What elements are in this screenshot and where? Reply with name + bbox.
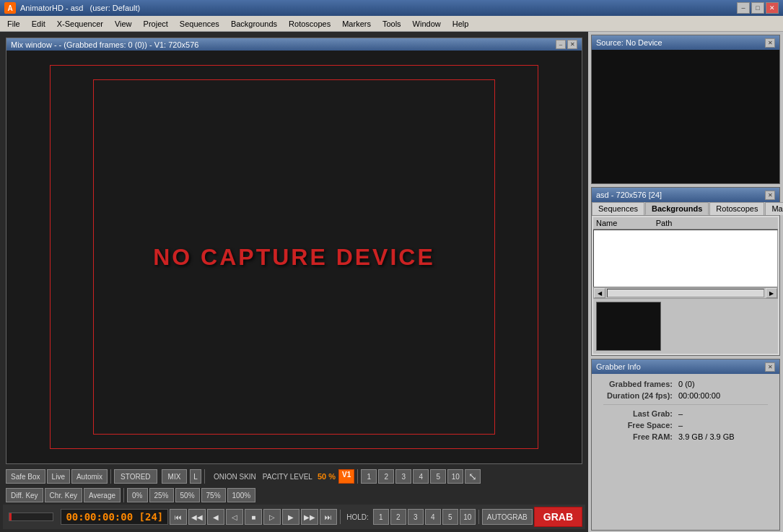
controls-row2: Diff. Key Chr. Key Average 0% 25% 50% 75… <box>3 486 585 505</box>
progress-bar[interactable] <box>9 513 53 521</box>
grabber-content: Grabbed frames: 0 (0) Duration (24 fps):… <box>592 374 779 447</box>
progress-bar-fill <box>9 513 12 520</box>
frame-btn-3[interactable]: 3 <box>395 469 411 484</box>
frame-btn-10[interactable]: 10 <box>447 469 463 484</box>
scroll-track[interactable] <box>607 289 764 297</box>
frame-btn-1[interactable]: 1 <box>361 469 377 484</box>
grabber-window: Grabber Info ✕ Grabbed frames: 0 (0) Dur… <box>591 359 780 531</box>
transport-prev-frame[interactable]: ◀◀ <box>188 509 206 525</box>
transport-next-frame[interactable]: ▶▶ <box>301 509 318 525</box>
frame-btn-4[interactable]: 4 <box>413 469 429 484</box>
hold-5[interactable]: 5 <box>442 509 458 525</box>
grab-button[interactable]: GRAB <box>534 507 582 527</box>
onion-skin-area: ONION SKIN PACITY LEVEL 50 % <box>211 472 337 481</box>
seq-scrollbar-h[interactable]: ◀ ▶ <box>593 287 778 299</box>
transport-to-end[interactable]: ⏭ <box>320 509 337 525</box>
menu-edit[interactable]: Edit <box>26 16 51 31</box>
mix-window-title-text: Mix window - - (Grabbed frames: 0 (0)) -… <box>11 40 198 49</box>
menu-bar: File Edit X-Sequencer View Project Seque… <box>0 16 783 32</box>
grabber-title-bar: Grabber Info ✕ <box>592 359 779 374</box>
grabber-divider <box>603 404 768 405</box>
seq-list-area[interactable] <box>593 230 778 287</box>
transport-next[interactable]: ▷ <box>263 509 281 525</box>
pct-100-button[interactable]: 100% <box>227 488 256 502</box>
menu-tools[interactable]: Tools <box>377 16 407 31</box>
grabber-value-0: 0 (0) <box>673 380 771 388</box>
menu-view[interactable]: View <box>109 16 138 31</box>
hold-3[interactable]: 3 <box>408 509 424 525</box>
scroll-right-btn[interactable]: ▶ <box>766 288 777 298</box>
seq-content: Name Path ◀ ▶ <box>592 216 779 355</box>
autograb-button[interactable]: AUTOGRAB <box>482 509 533 525</box>
title-bar-left: A AnimatorHD - asd (user: Default) <box>4 2 140 14</box>
seq-tabs: Sequences Backgrounds Rotoscopes Markers <box>592 202 779 216</box>
chr-key-button[interactable]: Chr. Key <box>45 488 82 502</box>
tab-sequences[interactable]: Sequences <box>592 202 644 215</box>
hold-label: HOLD: <box>344 513 372 521</box>
hold-4[interactable]: 4 <box>425 509 441 525</box>
frame-btn-2[interactable]: 2 <box>378 469 394 484</box>
hold-2[interactable]: 2 <box>390 509 406 525</box>
transport-prev[interactable]: ◁ <box>226 509 243 525</box>
tab-backgrounds[interactable]: Backgrounds <box>645 202 709 215</box>
mix-window-minimize[interactable]: – <box>556 40 566 49</box>
close-button[interactable]: ✕ <box>766 2 779 14</box>
pct-50-button[interactable]: 50% <box>175 488 200 502</box>
mix-viewport: NO CAPTURE DEVICE <box>6 51 582 463</box>
pct-0-button[interactable]: 0% <box>127 488 147 502</box>
tab-markers[interactable]: Markers <box>765 202 783 215</box>
safe-box-button[interactable]: Safe Box <box>6 469 45 484</box>
restore-button[interactable]: □ <box>751 2 764 14</box>
menu-backgrounds[interactable]: Backgrounds <box>225 16 283 31</box>
grabber-row-1: Duration (24 fps): 00:00:00:00 <box>598 390 774 401</box>
hold-1[interactable]: 1 <box>373 509 389 525</box>
controls-row1: Safe Box Live Automix STORED MIX L ONION… <box>3 467 585 486</box>
no-capture-text: NO CAPTURE DEVICE <box>153 244 435 271</box>
seq-close-button[interactable]: ✕ <box>765 191 775 200</box>
menu-project[interactable]: Project <box>138 16 174 31</box>
mix-label: MIX <box>162 469 188 484</box>
grabber-value-4: 3.9 GB / 3.9 GB <box>673 432 771 441</box>
tab-rotoscopes[interactable]: Rotoscopes <box>709 202 764 215</box>
menu-markers[interactable]: Markers <box>336 16 377 31</box>
sequences-window: asd - 720x576 [24] ✕ Sequences Backgroun… <box>591 187 780 356</box>
source-close-button[interactable]: ✕ <box>765 38 775 48</box>
opacity-pct: 50 % <box>316 472 337 481</box>
mix-window: Mix window - - (Grabbed frames: 0 (0)) -… <box>6 38 582 464</box>
menu-file[interactable]: File <box>1 16 26 31</box>
menu-window[interactable]: Window <box>407 16 447 31</box>
frame-btn-5[interactable]: 5 <box>430 469 446 484</box>
title-bar: A AnimatorHD - asd (user: Default) – □ ✕ <box>0 0 783 16</box>
pct-25-button[interactable]: 25% <box>149 488 174 502</box>
grabber-value-1: 00:00:00:00 <box>673 391 771 400</box>
window-controls: – □ ✕ <box>737 2 779 14</box>
diff-key-button[interactable]: Diff. Key <box>6 488 43 502</box>
v1-button[interactable]: V1 <box>338 469 354 484</box>
col-name: Name <box>596 219 656 227</box>
average-button[interactable]: Average <box>84 488 121 502</box>
separator-4 <box>123 488 124 502</box>
transport-stop[interactable]: ■ <box>245 509 262 525</box>
resize-button[interactable]: ⤡ <box>465 469 481 484</box>
transport-play-rev[interactable]: ◀ <box>207 509 224 525</box>
menu-rotoscopes[interactable]: Rotoscopes <box>283 16 336 31</box>
main-content: Mix window - - (Grabbed frames: 0 (0)) -… <box>0 32 783 532</box>
left-panel: Mix window - - (Grabbed frames: 0 (0)) -… <box>0 32 588 532</box>
menu-sequences[interactable]: Sequences <box>174 16 225 31</box>
grabber-title-text: Grabber Info <box>596 362 641 371</box>
menu-xsequencer[interactable]: X-Sequencer <box>51 16 109 31</box>
mix-window-close[interactable]: ✕ <box>567 40 577 49</box>
scroll-left-btn[interactable]: ◀ <box>594 288 605 298</box>
stored-label: STORED <box>114 469 157 484</box>
menu-help[interactable]: Help <box>447 16 475 31</box>
grabber-close-button[interactable]: ✕ <box>765 362 775 372</box>
transport-play[interactable]: ▶ <box>282 509 299 525</box>
live-button[interactable]: Live <box>47 469 70 484</box>
pct-75-button[interactable]: 75% <box>201 488 226 502</box>
onion-skin-label: ONION SKIN <box>211 473 259 481</box>
transport-to-start[interactable]: ⏮ <box>170 509 187 525</box>
grabber-label-2: Last Grab: <box>600 409 673 418</box>
minimize-button[interactable]: – <box>737 2 750 14</box>
hold-10[interactable]: 10 <box>460 509 476 525</box>
automix-button[interactable]: Automix <box>71 469 108 484</box>
